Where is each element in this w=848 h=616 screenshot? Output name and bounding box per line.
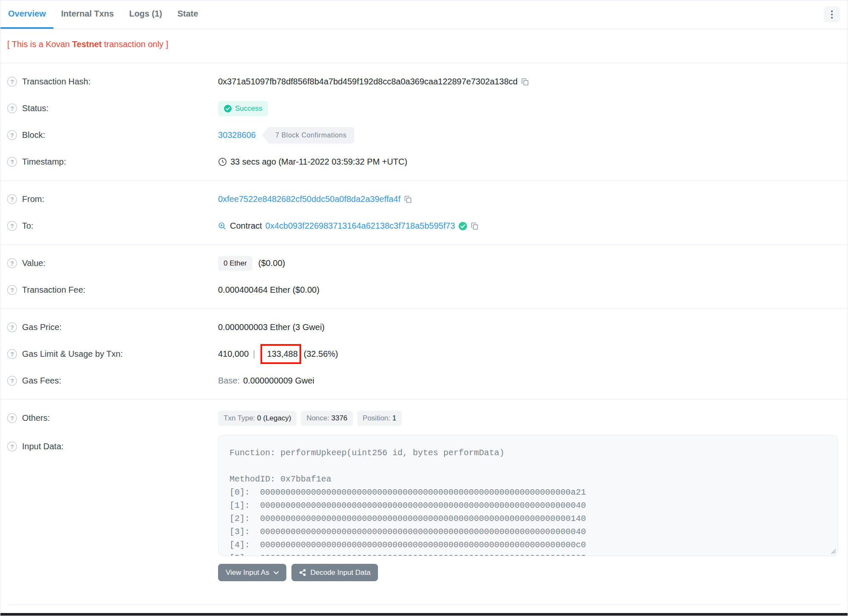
more-options-button[interactable]: ⋮ bbox=[824, 6, 840, 22]
bottom-edge-bar bbox=[0, 613, 848, 616]
help-icon[interactable]: ? bbox=[7, 77, 17, 87]
gas-limit-value: 410,000 bbox=[218, 349, 249, 359]
input-data-buttons: View Input As Decode Input Data bbox=[218, 564, 838, 581]
block-label: Block: bbox=[22, 130, 45, 140]
base-fee-value: 0.000000009 Gwei bbox=[243, 376, 314, 386]
resize-grip-icon[interactable] bbox=[830, 548, 836, 554]
group-value: ? Value: 0 Ether ($0.00) ? Transaction F… bbox=[0, 245, 848, 308]
from-label: From: bbox=[22, 194, 44, 204]
others-label: Others: bbox=[22, 413, 50, 423]
to-label: To: bbox=[22, 221, 34, 231]
nonce-label: Nonce: bbox=[306, 414, 331, 423]
group-gas: ? Gas Price: 0.000000003 Ether (3 Gwei) … bbox=[0, 309, 848, 399]
status-text: Success bbox=[235, 104, 262, 113]
gas-price-value: 0.000000003 Ether (3 Gwei) bbox=[218, 322, 325, 332]
txn-type-label: Txn Type: bbox=[224, 414, 257, 423]
testnet-notice: [ This is a Kovan Testnet transaction on… bbox=[0, 29, 848, 63]
chevron-down-icon bbox=[274, 571, 279, 574]
copy-icon[interactable] bbox=[521, 78, 529, 86]
row-status: ? Status: Success bbox=[0, 95, 848, 122]
gas-used-value: 133,488 bbox=[267, 349, 298, 358]
help-icon[interactable]: ? bbox=[7, 322, 17, 332]
help-icon[interactable]: ? bbox=[7, 413, 17, 423]
view-input-as-button[interactable]: View Input As bbox=[218, 564, 286, 581]
nonce-badge: Nonce: 3376 bbox=[301, 411, 353, 426]
row-gas-limit-usage: ? Gas Limit & Usage by Txn: 410,000 | 13… bbox=[0, 341, 848, 367]
input-hex-line: [3]: 00000000000000000000000000000000000… bbox=[229, 525, 827, 538]
row-timestamp: ? Timestamp: 33 secs ago (Mar-11-2022 03… bbox=[0, 148, 848, 175]
group-addresses: ? From: 0xfee7522e8482682cf50ddc50a0f8da… bbox=[0, 181, 848, 244]
zoom-in-icon[interactable] bbox=[218, 222, 227, 230]
usd-value: ($0.00) bbox=[258, 258, 285, 268]
help-icon[interactable]: ? bbox=[7, 104, 17, 113]
position-label: Position: bbox=[363, 414, 392, 423]
tx-fee-label: Transaction Fee: bbox=[22, 285, 85, 295]
decode-input-data-button[interactable]: Decode Input Data bbox=[291, 564, 378, 581]
transaction-overview-page: Overview Internal Txns Logs (1) State ⋮ … bbox=[0, 0, 848, 616]
notice-prefix: [ This is a Kovan bbox=[7, 39, 72, 49]
value-label: Value: bbox=[22, 258, 45, 268]
position-badge: Position: 1 bbox=[357, 411, 402, 426]
tab-overview[interactable]: Overview bbox=[0, 0, 53, 29]
nonce-value: 3376 bbox=[331, 414, 347, 423]
base-fee-label: Base: bbox=[218, 376, 240, 386]
tab-logs[interactable]: Logs (1) bbox=[121, 0, 170, 29]
status-badge: Success bbox=[218, 101, 268, 116]
input-hex-line: [4]: 00000000000000000000000000000000000… bbox=[229, 538, 827, 552]
help-icon[interactable]: ? bbox=[7, 349, 17, 359]
row-gas-price: ? Gas Price: 0.000000003 Ether (3 Gwei) bbox=[0, 314, 848, 341]
help-icon[interactable]: ? bbox=[7, 258, 17, 268]
help-icon[interactable]: ? bbox=[7, 157, 17, 167]
check-circle-icon bbox=[224, 105, 232, 112]
ether-value-badge: 0 Ether bbox=[218, 256, 252, 271]
timestamp-value: 33 secs ago (Mar-11-2022 03:59:32 PM +UT… bbox=[230, 157, 407, 167]
input-data-label: Input Data: bbox=[22, 442, 64, 451]
help-icon[interactable]: ? bbox=[7, 221, 17, 231]
tab-state[interactable]: State bbox=[170, 0, 206, 29]
position-value: 1 bbox=[392, 414, 396, 423]
divider bbox=[7, 604, 841, 605]
from-address-link[interactable]: 0xfee7522e8482682cf50ddc50a0f8da2a39effa… bbox=[218, 194, 400, 204]
row-block: ? Block: 30328606 7 Block Confirmations bbox=[0, 122, 848, 148]
decode-label: Decode Input Data bbox=[311, 568, 371, 577]
decode-icon bbox=[299, 569, 306, 576]
group-others-input: ? Others: Txn Type: 0 (Legacy) Nonce: 33… bbox=[0, 400, 848, 586]
block-confirmations-badge: 7 Block Confirmations bbox=[262, 127, 354, 144]
verified-check-icon bbox=[459, 222, 467, 230]
to-address-link[interactable]: 0x4cb093f226983713164a62138c3f718a5b595f… bbox=[266, 221, 455, 231]
help-icon[interactable]: ? bbox=[7, 130, 17, 140]
input-methodid-line: MethodID: 0x7bbaf1ea bbox=[229, 473, 827, 486]
help-icon[interactable]: ? bbox=[7, 442, 17, 451]
row-from: ? From: 0xfee7522e8482682cf50ddc50a0f8da… bbox=[0, 186, 848, 213]
group-summary: ? Transaction Hash: 0x371a51097fb78df856… bbox=[0, 63, 848, 180]
gas-limit-label: Gas Limit & Usage by Txn: bbox=[22, 349, 123, 359]
help-icon[interactable]: ? bbox=[7, 376, 17, 386]
clock-icon bbox=[218, 157, 227, 166]
row-input-data: ? Input Data: Function: performUpkeep(ui… bbox=[0, 435, 848, 581]
help-icon[interactable]: ? bbox=[7, 285, 17, 295]
row-to: ? To: Contract 0x4cb093f226983713164a621… bbox=[0, 213, 848, 239]
input-data-textarea[interactable]: Function: performUpkeep(uint256 id, byte… bbox=[218, 435, 838, 556]
txn-type-badge: Txn Type: 0 (Legacy) bbox=[218, 411, 297, 426]
view-input-as-label: View Input As bbox=[226, 568, 269, 577]
input-function-line: Function: performUpkeep(uint256 id, byte… bbox=[229, 446, 827, 459]
block-number-link[interactable]: 30328606 bbox=[218, 130, 256, 140]
tab-internal-txns[interactable]: Internal Txns bbox=[53, 0, 121, 29]
tx-hash-value: 0x371a51097fb78df856f8b4a7bd459f192d8cc8… bbox=[218, 77, 518, 87]
copy-icon[interactable] bbox=[470, 222, 479, 230]
notice-suffix: transaction only ] bbox=[102, 39, 168, 49]
txn-type-value: 0 (Legacy) bbox=[257, 414, 291, 423]
row-gas-fees: ? Gas Fees: Base: 0.000000009 Gwei bbox=[0, 367, 848, 394]
row-transaction-hash: ? Transaction Hash: 0x371a51097fb78df856… bbox=[0, 68, 848, 95]
tx-fee-value: 0.000400464 Ether ($0.00) bbox=[218, 285, 319, 295]
to-contract-prefix: Contract bbox=[230, 221, 262, 231]
row-others: ? Others: Txn Type: 0 (Legacy) Nonce: 33… bbox=[0, 405, 848, 431]
input-hex-line: [0]: 00000000000000000000000000000000000… bbox=[229, 486, 827, 499]
gas-used-highlight-box: 133,488 bbox=[260, 344, 301, 364]
copy-icon[interactable] bbox=[404, 195, 412, 204]
pipe-separator: | bbox=[253, 349, 255, 359]
notice-bold: Testnet bbox=[72, 39, 102, 49]
timestamp-label: Timestamp: bbox=[22, 157, 66, 167]
tab-bar: Overview Internal Txns Logs (1) State ⋮ bbox=[0, 0, 848, 29]
help-icon[interactable]: ? bbox=[7, 194, 17, 204]
